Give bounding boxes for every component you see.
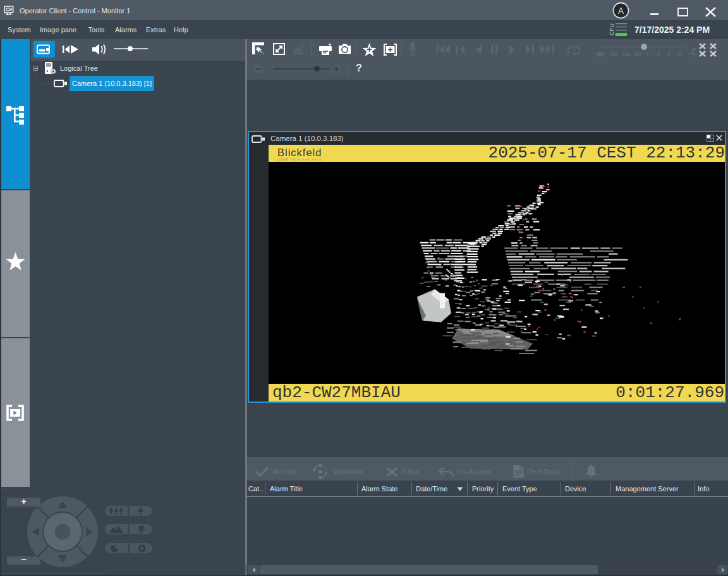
svg-text:CPU: CPU [609,23,615,35]
svg-text:Blickfeld: Blickfeld [277,147,322,158]
svg-text:A: A [618,6,624,16]
